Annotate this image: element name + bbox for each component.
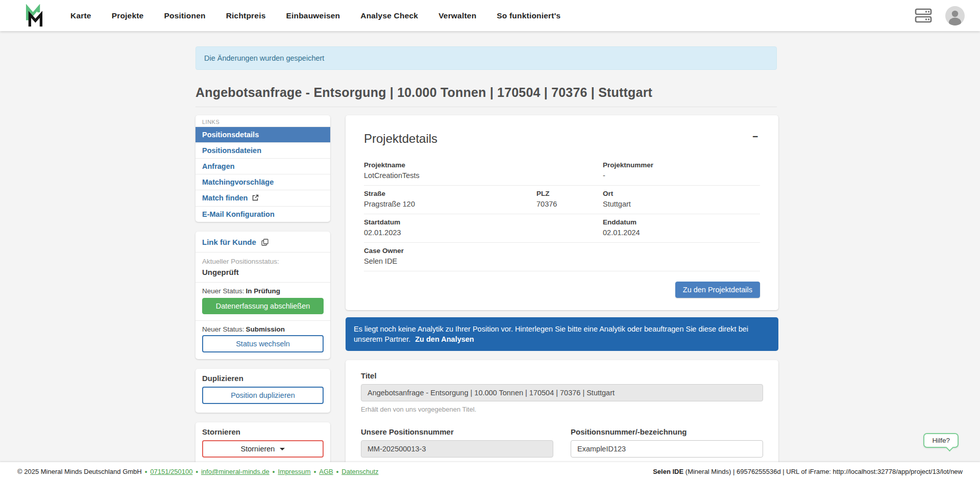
go-to-analyses-link[interactable]: Zu den Analysen — [415, 335, 474, 343]
switch-status-button[interactable]: Status wechseln — [202, 335, 324, 352]
analytics-banner: Es liegt noch keine Analytik zu Ihrer Po… — [346, 317, 778, 351]
saved-alert-text: Die Änderungen wurden gespeichert — [204, 54, 324, 62]
nav-item-analyse-check[interactable]: Analyse Check — [360, 11, 418, 20]
app-viewport: Karte Projekte Positionen Richtpreis Ein… — [0, 0, 980, 481]
sidebar-item-label: Anfragen — [202, 162, 235, 170]
sidebar-item-positionsdetails[interactable]: Positionsdetails — [195, 126, 330, 142]
custom-posnr-label: Positionsnummer/-bezeichnung — [571, 427, 763, 436]
collapse-icon[interactable]: − — [750, 132, 760, 141]
help-button-label: Hilfe? — [932, 437, 950, 444]
top-navbar: Karte Projekte Positionen Richtpreis Ein… — [0, 0, 980, 31]
sidebar-item-positionsdateien[interactable]: Positionsdateien — [195, 142, 330, 158]
status-card: Link für Kunde Aktueller Positi — [195, 232, 330, 359]
detail-row-datum: Startdatum 02.01.2023 Enddatum 02.01.202… — [364, 214, 760, 243]
go-to-project-details-button[interactable]: Zu den Projektdetails — [675, 282, 760, 298]
project-details-card: Projektdetails − Projektname LotCreation… — [346, 115, 778, 310]
nav-item-verwalten[interactable]: Verwalten — [438, 11, 476, 20]
enddatum-label: Enddatum — [603, 218, 640, 226]
ort-value: Stuttgart — [603, 199, 631, 209]
customer-link[interactable]: Link für Kunde — [202, 238, 268, 246]
nav-item-einbauweisen[interactable]: Einbauweisen — [286, 11, 340, 20]
footer-copyright: © 2025 Mineral Minds Deutschland GmbH — [17, 468, 142, 475]
navbar-right — [915, 6, 965, 26]
strasse-value: Pragstraße 120 — [364, 199, 760, 209]
footer-separator: • — [273, 468, 275, 475]
complete-data-entry-button[interactable]: Datenerfassung abschließen — [202, 298, 324, 314]
enddatum-value: 02.01.2024 — [603, 228, 640, 238]
sidebar-item-email-konfiguration[interactable]: E-Mail Konfiguration — [195, 206, 330, 222]
page-footer: © 2025 Mineral Minds Deutschland GmbH • … — [0, 462, 980, 481]
custom-posnr-input[interactable] — [571, 440, 763, 458]
new-status-review-value: In Prüfung — [246, 287, 281, 295]
plz-label: PLZ — [536, 189, 557, 198]
current-status-label: Aktueller Positionsstatus: — [202, 257, 324, 266]
user-avatar-icon[interactable] — [945, 6, 965, 26]
footer-agb-link[interactable]: AGB — [319, 468, 333, 475]
footer-impressum-link[interactable]: Impressum — [278, 468, 310, 475]
sidebar: LINKS Positionsdetails Positionsdateien … — [195, 115, 330, 464]
detail-row-projektname: Projektname LotCreationTests Projektnumm… — [364, 157, 760, 186]
server-stack-icon[interactable] — [915, 8, 932, 23]
nav-item-karte[interactable]: Karte — [70, 11, 91, 20]
footer-datenschutz-link[interactable]: Datenschutz — [341, 468, 378, 475]
sidebar-item-anfragen[interactable]: Anfragen — [195, 158, 330, 174]
projektname-value: LotCreationTests — [364, 171, 760, 181]
footer-separator: • — [195, 468, 198, 475]
detail-row-case-owner: Case Owner Selen IDE — [364, 243, 760, 271]
footer-separator: • — [145, 468, 148, 475]
footer-user-name: Selen IDE — [653, 468, 683, 475]
customer-link-row: Link für Kunde — [195, 232, 330, 252]
sidebar-item-label: Positionsdateien — [202, 146, 261, 155]
duplicate-card-title: Duplizieren — [202, 374, 324, 383]
strasse-label: Straße — [364, 189, 760, 198]
saved-alert: Die Änderungen wurden gespeichert — [195, 46, 777, 70]
page-title: Angebotsanfrage - Entsorgung | 10.000 To… — [195, 85, 777, 107]
nav-item-so-funktionierts[interactable]: So funktioniert's — [497, 11, 560, 20]
ort-label: Ort — [603, 189, 631, 198]
sidebar-item-label: Positionsdetails — [202, 131, 259, 139]
current-status-value: Ungeprüft — [202, 267, 324, 277]
customer-link-label: Link für Kunde — [202, 238, 256, 246]
footer-session-text: (Mineral Minds) | 69576255536d | URL of … — [685, 468, 963, 475]
case-owner-value: Selen IDE — [364, 257, 760, 266]
nav-item-richtpreis[interactable]: Richtpreis — [226, 11, 266, 20]
nav-item-projekte[interactable]: Projekte — [112, 11, 144, 20]
posnr-input — [361, 440, 553, 458]
main-nav: Karte Projekte Positionen Richtpreis Ein… — [70, 11, 560, 20]
sidebar-item-label: E-Mail Konfiguration — [202, 210, 275, 218]
duplicate-position-button[interactable]: Position duplizieren — [202, 387, 324, 404]
caret-down-icon — [280, 448, 285, 450]
new-status-submission-value: Submission — [246, 325, 285, 333]
cancel-dropdown-button[interactable]: Stornieren — [202, 440, 324, 458]
projektname-label: Projektname — [364, 161, 760, 169]
cancel-card-title: Stornieren — [202, 427, 324, 436]
help-button[interactable]: Hilfe? — [923, 433, 959, 448]
posnr-label: Unsere Positionsnummer — [361, 427, 553, 436]
copy-icon — [261, 239, 268, 247]
projektnummer-label: Projektnummer — [603, 161, 653, 169]
new-status-label: Neuer Status: — [202, 287, 244, 295]
sidebar-item-match-finden[interactable]: Match finden — [195, 190, 330, 206]
plz-value: 70376 — [536, 199, 557, 209]
analytics-banner-text: Es liegt noch keine Analytik zu Ihrer Po… — [354, 325, 748, 343]
footer-email-link[interactable]: info@mineral-minds.de — [201, 468, 270, 475]
project-detail-rows: Projektname LotCreationTests Projektnumm… — [364, 157, 760, 271]
startdatum-value: 02.01.2023 — [364, 228, 760, 238]
sidebar-item-matchingvorschlaege[interactable]: Matchingvorschläge — [195, 174, 330, 190]
startdatum-label: Startdatum — [364, 218, 760, 226]
detail-row-adresse: Straße Pragstraße 120 PLZ 70376 Ort Stut… — [364, 186, 760, 214]
footer-left: © 2025 Mineral Minds Deutschland GmbH • … — [17, 468, 379, 475]
sidebar-item-label: Matchingvorschläge — [202, 178, 274, 186]
nav-item-positionen[interactable]: Positionen — [164, 11, 205, 20]
titel-help: Erhält den von uns vorgegebenen Titel. — [361, 406, 763, 413]
new-status-submission-row: Neuer Status:Submission Status wechseln — [195, 320, 330, 359]
case-owner-label: Case Owner — [364, 246, 760, 255]
external-link-icon — [252, 193, 259, 204]
new-status-label: Neuer Status: — [202, 325, 244, 333]
mineral-minds-logo-icon[interactable] — [22, 4, 46, 28]
current-status-row: Aktueller Positionsstatus: Ungeprüft — [195, 252, 330, 282]
page-content: Die Änderungen wurden gespeichert Angebo… — [0, 31, 980, 481]
cancel-card: Stornieren Stornieren — [195, 422, 330, 464]
footer-separator: • — [314, 468, 316, 475]
footer-phone-link[interactable]: 07151/250100 — [150, 468, 192, 475]
